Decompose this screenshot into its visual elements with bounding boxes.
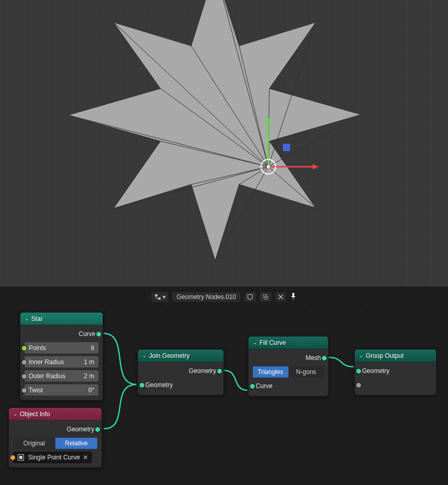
socket-inner-radius-input[interactable]	[21, 359, 27, 365]
node-header[interactable]: ⌄ Group Output	[355, 350, 436, 362]
output-label: Curve	[79, 330, 95, 338]
node-fill-curve[interactable]: ⌄ Fill Curve Mesh Triangles N-gons Curve	[248, 336, 329, 396]
socket-geometry-input[interactable]	[139, 382, 145, 388]
svg-point-25	[267, 165, 270, 168]
socket-mesh-output[interactable]	[321, 355, 327, 361]
mode-ngons-button[interactable]: N-gons	[289, 366, 325, 378]
node-join-geometry[interactable]: ⌄ Join Geometry Geometry Geometry	[138, 349, 224, 395]
nodegroup-name-field[interactable]: Geometry Nodes.010	[172, 292, 241, 302]
chevron-down-icon: ⌄	[253, 340, 257, 345]
fake-user-button[interactable]	[244, 292, 256, 302]
socket-points-input[interactable]	[21, 345, 27, 351]
svg-rect-19	[283, 144, 290, 151]
duplicate-icon	[263, 294, 269, 300]
twist-field[interactable]: Twist 0°	[24, 384, 98, 396]
node-star[interactable]: ⌄ Star Curve Points 8 Inner Radius 1 m O…	[20, 312, 103, 401]
node-header[interactable]: ⌄ Object Info	[9, 408, 102, 420]
node-title: Join Geometry	[149, 352, 190, 359]
svg-rect-26	[155, 294, 157, 296]
socket-geometry-output[interactable]	[217, 368, 222, 374]
node-tree-icon	[154, 293, 161, 301]
node-object-info[interactable]: ⌄ Object Info Geometry Original Relative…	[8, 407, 102, 468]
socket-geometry-output[interactable]	[95, 427, 101, 432]
input-label: Curve	[256, 382, 272, 390]
socket-twist-input[interactable]	[21, 388, 27, 393]
object-data-icon	[17, 453, 25, 462]
socket-geometry-input[interactable]	[356, 368, 362, 374]
close-icon	[278, 294, 283, 300]
pin-button[interactable]	[290, 293, 297, 302]
mode-triangles-button[interactable]: Triangles	[253, 366, 289, 378]
output-label: Mesh	[306, 354, 321, 362]
node-title: Star	[31, 315, 43, 322]
inner-radius-field[interactable]: Inner Radius 1 m	[24, 356, 98, 368]
chevron-down-icon: ⌄	[359, 353, 363, 358]
input-label: Geometry	[362, 367, 390, 375]
chevron-down-icon: ⌄	[142, 353, 146, 358]
transform-original-button[interactable]: Original	[13, 438, 55, 449]
points-field[interactable]: Points 8	[24, 342, 98, 354]
node-header[interactable]: ⌄ Star	[20, 313, 103, 325]
unlink-nodegroup-button[interactable]	[275, 292, 287, 302]
chevron-down-icon: ⌄	[13, 411, 17, 417]
viewport-3d[interactable]	[0, 0, 448, 287]
nodegroup-browse-button[interactable]: ▾	[151, 292, 169, 302]
socket-outer-radius-input[interactable]	[21, 374, 27, 379]
object-picker-field[interactable]: Single Point Curve ✕	[13, 452, 92, 463]
node-editor-header: ▾ Geometry Nodes.010	[0, 291, 448, 303]
socket-curve-input[interactable]	[250, 383, 255, 389]
svg-rect-27	[158, 297, 160, 300]
socket-empty-input[interactable]	[356, 382, 362, 388]
node-header[interactable]: ⌄ Join Geometry	[138, 350, 223, 362]
output-label: Geometry	[189, 367, 216, 375]
shield-icon	[247, 294, 253, 300]
outer-radius-field[interactable]: Outer Radius 2 m	[24, 370, 98, 382]
input-label: Geometry	[145, 381, 173, 389]
node-title: Object Info	[20, 411, 50, 418]
socket-object-input[interactable]	[10, 455, 16, 461]
transform-relative-button[interactable]: Relative	[55, 438, 97, 449]
clear-object-button[interactable]: ✕	[83, 454, 88, 461]
node-group-output[interactable]: ⌄ Group Output Geometry	[354, 349, 437, 395]
output-label: Geometry	[67, 426, 94, 433]
duplicate-nodegroup-button[interactable]	[259, 292, 272, 302]
node-header[interactable]: ⌄ Fill Curve	[248, 337, 328, 349]
node-title: Fill Curve	[259, 339, 286, 346]
pin-icon	[290, 293, 297, 300]
chevron-down-icon: ⌄	[24, 316, 29, 321]
node-title: Group Output	[366, 352, 404, 359]
socket-curve-output[interactable]	[96, 331, 102, 337]
